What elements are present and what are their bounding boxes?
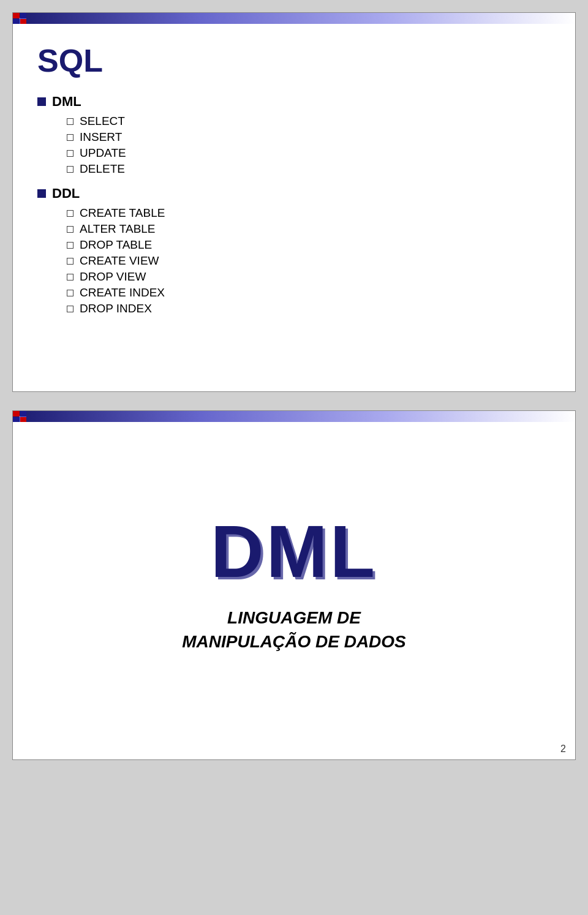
slide-2-content: DML LINGUAGEM DE MANIPULAÇÃO DE DADOS — [13, 422, 575, 740]
corner-decor-2 — [13, 411, 26, 422]
list-item: CREATE INDEX — [67, 286, 551, 299]
item-label: DELETE — [80, 162, 125, 176]
sub-bullet — [67, 118, 74, 125]
dml-section-heading: DML — [37, 94, 551, 110]
sub-bullet — [67, 150, 74, 157]
ddl-subitems: CREATE TABLE ALTER TABLE DROP TABLE CREA… — [67, 206, 551, 315]
list-item: SELECT — [67, 115, 551, 128]
sub-bullet — [67, 290, 74, 296]
list-item: ALTER TABLE — [67, 222, 551, 236]
slide-2: DML LINGUAGEM DE MANIPULAÇÃO DE DADOS 2 — [12, 410, 576, 760]
sub-bullet — [67, 258, 74, 265]
slide-1: SQL DML SELECT INSERT UPDATE DELETE — [12, 12, 576, 392]
sub-bullet — [67, 226, 74, 233]
sub-bullet — [67, 134, 74, 141]
ddl-heading-label: DDL — [52, 186, 80, 201]
page-number: 2 — [13, 740, 575, 759]
corner-decor — [13, 13, 26, 24]
sub-bullet — [67, 210, 74, 217]
item-label: CREATE INDEX — [80, 286, 165, 299]
sub-bullet — [67, 306, 74, 312]
list-item: INSERT — [67, 130, 551, 144]
subtitle-line2: MANIPULAÇÃO DE DADOS — [182, 630, 406, 653]
item-label: INSERT — [80, 130, 122, 144]
item-label: DROP INDEX — [80, 302, 152, 315]
item-label: UPDATE — [80, 146, 126, 160]
dml-subtitle: LINGUAGEM DE MANIPULAÇÃO DE DADOS — [182, 606, 406, 653]
ddl-bullet — [37, 189, 46, 198]
dml-bullet — [37, 97, 46, 106]
sub-bullet — [67, 166, 74, 173]
ddl-section-heading: DDL — [37, 186, 551, 201]
list-item: DELETE — [67, 162, 551, 176]
item-label: CREATE VIEW — [80, 254, 159, 268]
dml-subitems: SELECT INSERT UPDATE DELETE — [67, 115, 551, 176]
dml-big-title: DML — [211, 509, 377, 593]
item-label: DROP VIEW — [80, 270, 146, 284]
slide-title: SQL — [37, 42, 551, 79]
dml-heading-label: DML — [52, 94, 81, 110]
list-item: DROP INDEX — [67, 302, 551, 315]
item-label: ALTER TABLE — [80, 222, 156, 236]
item-label: SELECT — [80, 115, 125, 128]
item-label: CREATE TABLE — [80, 206, 165, 220]
list-item: CREATE TABLE — [67, 206, 551, 220]
slide-header-bar — [13, 13, 575, 24]
list-item: CREATE VIEW — [67, 254, 551, 268]
subtitle-line1: LINGUAGEM DE — [182, 606, 406, 630]
slide-1-content: SQL DML SELECT INSERT UPDATE DELETE — [13, 24, 575, 342]
item-label: DROP TABLE — [80, 238, 152, 252]
list-item: DROP TABLE — [67, 238, 551, 252]
sub-bullet — [67, 242, 74, 249]
slide-2-header-bar — [13, 411, 575, 422]
list-item: DROP VIEW — [67, 270, 551, 284]
list-item: UPDATE — [67, 146, 551, 160]
sub-bullet — [67, 274, 74, 281]
